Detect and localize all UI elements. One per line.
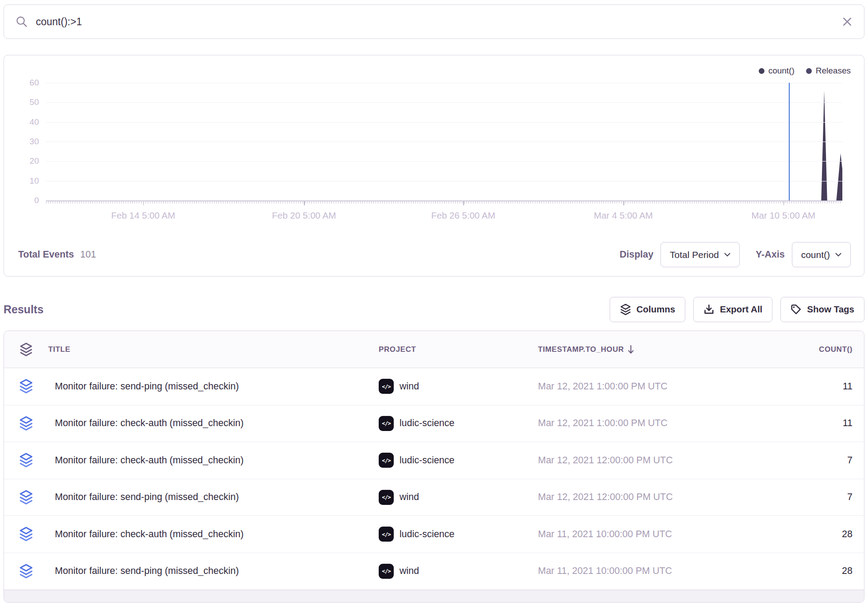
column-header-title[interactable]: TITLE [48,345,379,354]
column-header-count[interactable]: COUNT() [737,345,864,354]
results-table: TITLE PROJECT TIMESTAMP.TO_HOUR COUNT() … [4,331,864,603]
search-input[interactable] [36,16,834,28]
table-row[interactable]: Monitor failure: send-ping (missed_check… [4,368,864,405]
stack-icon-blue [4,379,48,394]
tag-icon [791,304,802,315]
legend-item-releases[interactable]: Releases [806,66,851,76]
project-name: ludic-science [399,529,454,540]
event-title[interactable]: Monitor failure: check-auth (missed_chec… [48,455,379,466]
x-axis-tick-mark [784,201,784,205]
event-title[interactable]: Monitor failure: send-ping (missed_check… [48,492,379,503]
x-axis-tick-mark [463,201,464,205]
project-cell: </> wind [379,490,538,505]
clear-search-button[interactable] [842,16,853,27]
search-icon [15,15,28,28]
stack-icon-blue [4,490,48,505]
x-axis-minor-ticks [46,201,842,204]
chart-gridline [46,102,842,103]
chart-gridline [46,161,842,162]
chart-gridline [46,122,842,123]
legend-dot-icon [759,68,764,74]
event-count: 11 [737,418,864,429]
table-footer [4,590,864,602]
display-dropdown-value: Total Period [670,250,719,260]
table-row[interactable]: Monitor failure: send-ping (missed_check… [4,553,864,590]
project-platform-icon: </> [379,379,394,394]
stack-icon [4,342,48,357]
show-tags-button-label: Show Tags [807,304,854,315]
display-label: Display [620,249,653,260]
event-timestamp: Mar 12, 2021 1:00:00 PM UTC [538,418,737,429]
chart-gridline [46,142,842,142]
event-timestamp: Mar 12, 2021 1:00:00 PM UTC [538,381,737,392]
event-timestamp: Mar 11, 2021 10:00:00 PM UTC [538,529,737,540]
stack-icon-blue [4,416,48,431]
x-axis-tick-mark [304,201,305,205]
x-axis-tick-label: Mar 10 5:00 AM [751,210,815,221]
release-marker-line [789,83,790,200]
event-timestamp: Mar 11, 2021 10:00:00 PM UTC [538,566,737,577]
y-axis-tick-label: 0 [34,196,39,205]
project-cell: </> ludic-science [379,453,538,468]
x-axis-tick-mark [623,201,624,205]
x-axis-tick-label: Feb 14 5:00 AM [111,210,175,221]
x-axis-tick-label: Mar 4 5:00 AM [594,210,653,221]
y-axis-dropdown-value: count() [801,250,830,260]
project-cell: </> ludic-science [379,527,538,542]
legend-item-count[interactable]: count() [759,66,795,76]
project-name: ludic-science [399,455,454,466]
chart-footer: Total Events 101 Display Total Period Y-… [18,242,851,267]
event-title[interactable]: Monitor failure: check-auth (missed_chec… [48,418,379,429]
project-name: ludic-science [399,418,454,429]
event-count: 28 [737,566,864,577]
events-chart-panel: count()Releases 0102030405060Feb 14 5:00… [4,55,864,277]
table-header-row: TITLE PROJECT TIMESTAMP.TO_HOUR COUNT() [4,331,864,368]
project-platform-icon: </> [379,527,394,542]
export-all-button[interactable]: Export All [693,297,772,322]
project-name: wind [399,566,419,577]
table-row[interactable]: Monitor failure: check-auth (missed_chec… [4,442,864,479]
display-dropdown[interactable]: Total Period [661,242,740,267]
show-tags-button[interactable]: Show Tags [780,297,864,322]
total-events-value: 101 [80,249,96,260]
column-header-timestamp[interactable]: TIMESTAMP.TO_HOUR [538,345,737,354]
y-axis-tick-label: 40 [30,117,39,127]
project-cell: </> wind [379,564,538,579]
table-row[interactable]: Monitor failure: check-auth (missed_chec… [4,405,864,443]
event-title[interactable]: Monitor failure: send-ping (missed_check… [48,381,379,392]
x-axis-tick-mark [143,201,144,205]
stack-icon-blue [4,564,48,579]
columns-button-label: Columns [637,304,676,315]
y-axis-tick-label: 10 [30,176,39,186]
project-platform-icon: </> [379,564,394,579]
y-axis-tick-label: 60 [30,78,39,88]
table-row[interactable]: Monitor failure: send-ping (missed_check… [4,479,864,516]
layers-icon [620,304,631,316]
chart-gridline [46,181,842,181]
legend-item-label: count() [768,66,795,76]
column-header-project[interactable]: PROJECT [379,345,538,354]
chart-plot-area: 0102030405060Feb 14 5:00 AMFeb 20 5:00 A… [46,83,842,200]
event-count: 7 [737,492,864,503]
event-title[interactable]: Monitor failure: check-auth (missed_chec… [48,529,379,540]
project-platform-icon: </> [379,416,394,431]
y-axis-tick-label: 30 [30,137,39,146]
columns-button[interactable]: Columns [610,297,686,322]
x-axis-tick-label: Feb 20 5:00 AM [272,210,336,221]
search-bar[interactable] [4,4,864,39]
y-axis-label: Y-Axis [756,249,785,260]
event-timestamp: Mar 12, 2021 12:00:00 PM UTC [538,455,737,466]
event-title[interactable]: Monitor failure: send-ping (missed_check… [48,566,379,577]
x-axis-tick-label: Feb 26 5:00 AM [431,210,495,221]
event-timestamp: Mar 12, 2021 12:00:00 PM UTC [538,492,737,503]
stack-icon-blue [4,453,48,468]
project-cell: </> wind [379,379,538,394]
project-platform-icon: </> [379,490,394,505]
project-name: wind [399,492,419,503]
project-name: wind [399,381,419,392]
chevron-down-icon [835,253,841,257]
legend-dot-icon [806,68,812,74]
download-icon [703,304,714,315]
table-row[interactable]: Monitor failure: check-auth (missed_chec… [4,516,864,553]
y-axis-dropdown[interactable]: count() [792,242,851,267]
